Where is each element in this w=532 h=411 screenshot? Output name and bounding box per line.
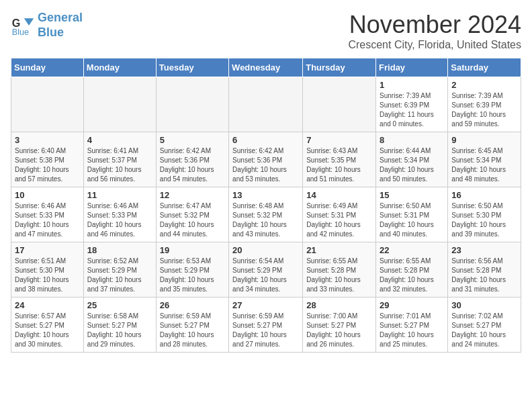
day-number: 5: [160, 135, 225, 145]
day-info: Sunrise: 6:57 AM Sunset: 5:27 PM Dayligh…: [15, 312, 80, 349]
weekday-header-friday: Friday: [376, 58, 448, 77]
day-number: 20: [232, 245, 299, 255]
day-number: 26: [160, 300, 225, 310]
calendar-cell: 3Sunrise: 6:40 AM Sunset: 5:38 PM Daylig…: [11, 132, 84, 187]
calendar-cell: 11Sunrise: 6:46 AM Sunset: 5:33 PM Dayli…: [83, 187, 156, 242]
day-number: 27: [232, 300, 299, 310]
day-info: Sunrise: 7:00 AM Sunset: 5:27 PM Dayligh…: [306, 312, 372, 349]
day-number: 25: [87, 300, 152, 310]
day-number: 13: [232, 190, 299, 200]
calendar-cell: 13Sunrise: 6:48 AM Sunset: 5:32 PM Dayli…: [229, 187, 303, 242]
day-info: Sunrise: 6:50 AM Sunset: 5:30 PM Dayligh…: [451, 201, 517, 239]
day-number: 4: [87, 135, 152, 145]
day-number: 22: [380, 245, 444, 255]
calendar-cell: 17Sunrise: 6:51 AM Sunset: 5:30 PM Dayli…: [11, 242, 84, 298]
day-info: Sunrise: 6:53 AM Sunset: 5:29 PM Dayligh…: [160, 257, 225, 294]
calendar-week-2: 3Sunrise: 6:40 AM Sunset: 5:38 PM Daylig…: [11, 132, 521, 187]
calendar-week-4: 17Sunrise: 6:51 AM Sunset: 5:30 PM Dayli…: [11, 242, 521, 298]
weekday-header-saturday: Saturday: [448, 58, 521, 77]
weekday-header-row: SundayMondayTuesdayWednesdayThursdayFrid…: [11, 58, 521, 77]
day-info: Sunrise: 7:39 AM Sunset: 6:39 PM Dayligh…: [380, 91, 444, 129]
day-info: Sunrise: 6:49 AM Sunset: 5:31 PM Dayligh…: [306, 201, 372, 239]
calendar-cell: 23Sunrise: 6:56 AM Sunset: 5:28 PM Dayli…: [448, 242, 521, 298]
calendar-cell: 8Sunrise: 6:44 AM Sunset: 5:34 PM Daylig…: [376, 132, 448, 187]
logo: G Blue General Blue: [11, 11, 83, 40]
day-number: 30: [451, 300, 517, 310]
day-info: Sunrise: 6:59 AM Sunset: 5:27 PM Dayligh…: [232, 312, 299, 349]
calendar-cell: [303, 77, 376, 132]
day-number: 1: [380, 80, 444, 90]
day-info: Sunrise: 6:42 AM Sunset: 5:36 PM Dayligh…: [160, 146, 225, 184]
day-info: Sunrise: 6:46 AM Sunset: 5:33 PM Dayligh…: [87, 201, 152, 239]
day-info: Sunrise: 6:48 AM Sunset: 5:32 PM Dayligh…: [232, 201, 299, 239]
calendar-cell: 22Sunrise: 6:55 AM Sunset: 5:28 PM Dayli…: [376, 242, 448, 298]
day-number: 14: [306, 190, 372, 200]
day-info: Sunrise: 6:42 AM Sunset: 5:36 PM Dayligh…: [232, 146, 299, 184]
calendar-cell: 5Sunrise: 6:42 AM Sunset: 5:36 PM Daylig…: [156, 132, 228, 187]
calendar-cell: 19Sunrise: 6:53 AM Sunset: 5:29 PM Dayli…: [156, 242, 228, 298]
day-info: Sunrise: 6:55 AM Sunset: 5:28 PM Dayligh…: [306, 257, 372, 294]
day-info: Sunrise: 6:46 AM Sunset: 5:33 PM Dayligh…: [15, 201, 80, 239]
calendar-cell: 18Sunrise: 6:52 AM Sunset: 5:29 PM Dayli…: [83, 242, 156, 298]
day-number: 10: [15, 190, 80, 200]
logo-icon: G Blue: [11, 13, 35, 38]
day-info: Sunrise: 6:51 AM Sunset: 5:30 PM Dayligh…: [15, 257, 80, 294]
day-info: Sunrise: 7:01 AM Sunset: 5:27 PM Dayligh…: [380, 312, 444, 349]
calendar-cell: 6Sunrise: 6:42 AM Sunset: 5:36 PM Daylig…: [229, 132, 303, 187]
calendar-cell: 9Sunrise: 6:45 AM Sunset: 5:34 PM Daylig…: [448, 132, 521, 187]
calendar-table: SundayMondayTuesdayWednesdayThursdayFrid…: [11, 58, 521, 353]
logo-text: General Blue: [38, 11, 83, 40]
svg-text:Blue: Blue: [12, 28, 29, 37]
calendar-cell: [229, 77, 303, 132]
svg-text:G: G: [12, 16, 21, 28]
weekday-header-wednesday: Wednesday: [229, 58, 303, 77]
weekday-header-tuesday: Tuesday: [156, 58, 228, 77]
day-number: 11: [87, 190, 152, 200]
calendar-cell: 20Sunrise: 6:54 AM Sunset: 5:29 PM Dayli…: [229, 242, 303, 298]
calendar-week-3: 10Sunrise: 6:46 AM Sunset: 5:33 PM Dayli…: [11, 187, 521, 242]
calendar-week-1: 1Sunrise: 7:39 AM Sunset: 6:39 PM Daylig…: [11, 77, 521, 132]
calendar-cell: [11, 77, 84, 132]
weekday-header-sunday: Sunday: [11, 58, 84, 77]
location-subtitle: Crescent City, Florida, United States: [348, 39, 521, 51]
day-info: Sunrise: 6:41 AM Sunset: 5:37 PM Dayligh…: [87, 146, 152, 184]
svg-marker-1: [24, 18, 34, 26]
day-number: 9: [451, 135, 517, 145]
day-number: 12: [160, 190, 225, 200]
day-info: Sunrise: 6:44 AM Sunset: 5:34 PM Dayligh…: [380, 146, 444, 184]
day-info: Sunrise: 6:43 AM Sunset: 5:35 PM Dayligh…: [306, 146, 372, 184]
calendar-week-5: 24Sunrise: 6:57 AM Sunset: 5:27 PM Dayli…: [11, 298, 521, 353]
day-info: Sunrise: 7:02 AM Sunset: 5:27 PM Dayligh…: [451, 312, 517, 349]
calendar-cell: [83, 77, 156, 132]
calendar-cell: 28Sunrise: 7:00 AM Sunset: 5:27 PM Dayli…: [303, 298, 376, 353]
calendar-cell: 16Sunrise: 6:50 AM Sunset: 5:30 PM Dayli…: [448, 187, 521, 242]
month-title: November 2024: [348, 11, 521, 39]
logo-line2: Blue: [38, 26, 64, 39]
day-info: Sunrise: 7:39 AM Sunset: 6:39 PM Dayligh…: [451, 91, 517, 129]
page-header: G Blue General Blue November 2024 Cresce…: [11, 11, 521, 51]
logo-line1: General: [38, 11, 83, 24]
day-info: Sunrise: 6:55 AM Sunset: 5:28 PM Dayligh…: [380, 257, 444, 294]
calendar-cell: 27Sunrise: 6:59 AM Sunset: 5:27 PM Dayli…: [229, 298, 303, 353]
day-number: 23: [451, 245, 517, 255]
day-number: 17: [15, 245, 80, 255]
title-block: November 2024 Crescent City, Florida, Un…: [348, 11, 521, 51]
day-info: Sunrise: 6:45 AM Sunset: 5:34 PM Dayligh…: [451, 146, 517, 184]
day-number: 29: [380, 300, 444, 310]
day-number: 18: [87, 245, 152, 255]
calendar-cell: 12Sunrise: 6:47 AM Sunset: 5:32 PM Dayli…: [156, 187, 228, 242]
day-info: Sunrise: 6:50 AM Sunset: 5:31 PM Dayligh…: [380, 201, 444, 239]
day-number: 16: [451, 190, 517, 200]
day-number: 21: [306, 245, 372, 255]
calendar-cell: 2Sunrise: 7:39 AM Sunset: 6:39 PM Daylig…: [448, 77, 521, 132]
calendar-cell: 25Sunrise: 6:58 AM Sunset: 5:27 PM Dayli…: [83, 298, 156, 353]
day-info: Sunrise: 6:59 AM Sunset: 5:27 PM Dayligh…: [160, 312, 225, 349]
calendar-cell: 10Sunrise: 6:46 AM Sunset: 5:33 PM Dayli…: [11, 187, 84, 242]
day-number: 8: [380, 135, 444, 145]
calendar-cell: 30Sunrise: 7:02 AM Sunset: 5:27 PM Dayli…: [448, 298, 521, 353]
calendar-cell: 26Sunrise: 6:59 AM Sunset: 5:27 PM Dayli…: [156, 298, 228, 353]
day-info: Sunrise: 6:56 AM Sunset: 5:28 PM Dayligh…: [451, 257, 517, 294]
day-number: 6: [232, 135, 299, 145]
day-info: Sunrise: 6:40 AM Sunset: 5:38 PM Dayligh…: [15, 146, 80, 184]
weekday-header-thursday: Thursday: [303, 58, 376, 77]
